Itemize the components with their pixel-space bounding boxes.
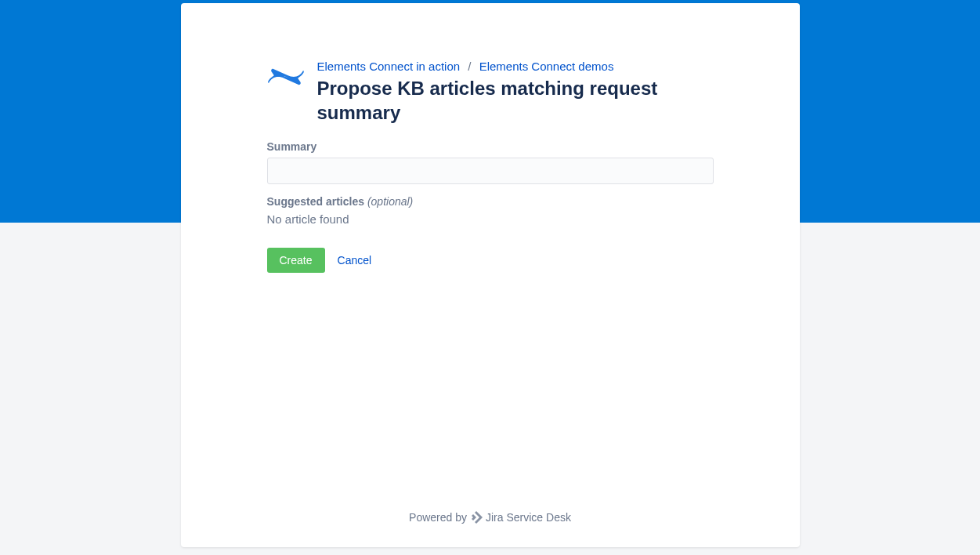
page-title: Propose KB articles matching request sum…	[317, 76, 714, 125]
header-content: Elements Connect in action / Elements Co…	[317, 60, 714, 125]
create-button[interactable]: Create	[267, 248, 325, 273]
suggested-field-group: Suggested articles (optional) No article…	[267, 195, 714, 226]
form-actions: Create Cancel	[267, 248, 714, 273]
footer: Powered by Jira Service Desk	[267, 495, 714, 524]
breadcrumb: Elements Connect in action / Elements Co…	[317, 60, 714, 73]
request-card: Elements Connect in action / Elements Co…	[181, 3, 800, 547]
cancel-button[interactable]: Cancel	[335, 248, 375, 273]
suggested-label-text: Suggested articles	[267, 195, 365, 208]
footer-powered-by: Powered by	[409, 511, 467, 524]
summary-input[interactable]	[267, 158, 714, 184]
suggested-empty-state: No article found	[267, 212, 714, 226]
summary-field-group: Summary	[267, 140, 714, 184]
breadcrumb-parent-link[interactable]: Elements Connect in action	[317, 60, 461, 73]
footer-product: Jira Service Desk	[486, 511, 571, 524]
jira-icon	[470, 511, 483, 524]
header-row: Elements Connect in action / Elements Co…	[267, 60, 714, 125]
breadcrumb-separator: /	[468, 60, 471, 73]
confluence-icon	[267, 61, 305, 92]
summary-label: Summary	[267, 140, 714, 153]
suggested-optional-text: (optional)	[367, 195, 413, 208]
breadcrumb-current-link[interactable]: Elements Connect demos	[479, 60, 614, 73]
suggested-label: Suggested articles (optional)	[267, 195, 714, 208]
